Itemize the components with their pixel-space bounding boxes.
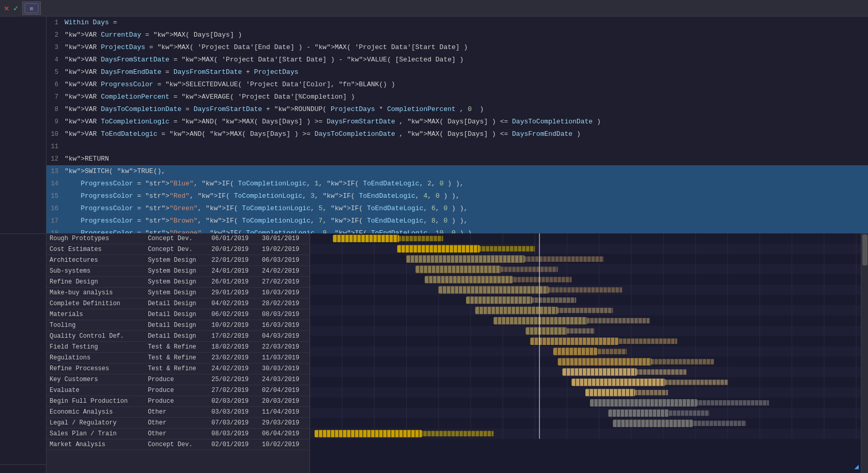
line-number: 9 xyxy=(47,116,65,128)
cancel-icon[interactable]: ✕ xyxy=(4,3,9,13)
svg-rect-440 xyxy=(553,348,597,355)
table-cell: 20/03/2019 xyxy=(259,396,309,407)
line-number: 2 xyxy=(47,29,65,41)
code-content: ProgressColor = "str">"Red", "kw">IF( To… xyxy=(65,191,868,202)
code-content: "kw">VAR ToCompletionLogic = "kw">AND( "… xyxy=(65,116,868,128)
table-row: Refine ProcessesTest & Refine24/02/20193… xyxy=(47,364,309,374)
svg-rect-194 xyxy=(513,277,572,282)
confirm-icon[interactable]: ✓ xyxy=(13,3,19,13)
table-cell: Legal / Regulatory xyxy=(47,418,145,429)
code-line-10: 10"kw">VAR ToEndDateLogic = "kw">AND( "k… xyxy=(47,128,868,140)
code-line-9: 9"kw">VAR ToCompletionLogic = "kw">AND( … xyxy=(47,116,868,128)
formula-icon: ⊞ xyxy=(22,2,41,15)
code-content: "kw">VAR CurrentDay = "kw">MAX( Days[Day… xyxy=(65,29,868,41)
current-label-area xyxy=(0,17,46,233)
table-cell: Architectures xyxy=(47,255,145,266)
table-cell: Concept Dev. xyxy=(145,233,208,244)
table-cell: Detail Design xyxy=(145,331,208,342)
svg-rect-572 xyxy=(585,389,635,396)
svg-rect-403 xyxy=(618,339,677,344)
content-area: 1Within Days =2"kw">VAR CurrentDay = "kw… xyxy=(47,17,868,473)
code-content: "kw">VAR ProgressColor = "kw">SELECTEDVA… xyxy=(65,79,868,90)
table-cell: 26/01/2019 xyxy=(208,277,259,288)
table-cell: 04/03/2019 xyxy=(259,331,309,342)
table-cell: 27/02/2019 xyxy=(208,385,259,396)
code-content: Within Days = xyxy=(65,17,868,28)
code-content: "kw">VAR DaysFromEndDate = DaysFromStart… xyxy=(65,67,868,78)
line-number: 6 xyxy=(47,79,65,90)
scroll-thumb[interactable] xyxy=(862,234,867,265)
gantt-table[interactable]: Rough PrototypesConcept Dev.06/01/201930… xyxy=(47,233,310,473)
svg-rect-595 xyxy=(698,400,769,405)
svg-rect-8 xyxy=(310,295,861,305)
table-cell: 24/02/2019 xyxy=(259,266,309,277)
code-content: "kw">VAR CompletionPercent = "kw">AVERAG… xyxy=(65,91,868,103)
svg-rect-3 xyxy=(310,244,861,254)
table-cell: 08/03/2019 xyxy=(259,309,309,320)
svg-rect-641 xyxy=(669,411,709,416)
table-row: Quality Control Def.Detail Design17/02/2… xyxy=(47,331,309,342)
line-number: 4 xyxy=(47,54,65,66)
table-cell: Sales Plan / Train xyxy=(47,429,145,439)
code-line-16: 16 ProgressColor = "str">"Green", "kw">I… xyxy=(47,202,868,215)
table-row: Field TestingTest & Refine18/02/201922/0… xyxy=(47,342,309,353)
table-row: RegulationsTest & Refine23/02/201911/03/… xyxy=(47,353,309,364)
table-row: Make-buy analysisSystem Design29/01/2019… xyxy=(47,288,309,298)
table-cell: Key Customers xyxy=(47,374,145,385)
table-cell: 06/04/2019 xyxy=(259,429,309,439)
table-cell: Refine Processes xyxy=(47,364,145,374)
code-line-8: 8"kw">VAR DaysToCompletionDate = DaysFro… xyxy=(47,103,868,116)
code-content: "kw">VAR DaysFromStartDate = "kw">MAX( '… xyxy=(65,54,868,66)
table-cell: 23/02/2019 xyxy=(208,353,259,364)
table-cell: Sub-systems xyxy=(47,266,145,277)
code-line-7: 7"kw">VAR CompletionPercent = "kw">AVERA… xyxy=(47,91,868,103)
svg-text:⊞: ⊞ xyxy=(30,6,33,11)
table-cell: 16/03/2019 xyxy=(259,320,309,331)
table-row: Cost EstimatesConcept Dev.20/01/201919/0… xyxy=(47,244,309,255)
line-number: 14 xyxy=(47,178,65,190)
table-cell: Materials xyxy=(47,309,145,320)
svg-rect-532 xyxy=(571,379,665,386)
table-cell: 06/02/2019 xyxy=(208,309,259,320)
table-row: ArchitecturesSystem Design22/01/201906/0… xyxy=(47,255,309,266)
svg-rect-106 xyxy=(525,257,604,262)
code-editor[interactable]: 1Within Days =2"kw">VAR CurrentDay = "kw… xyxy=(47,17,868,233)
svg-rect-668 xyxy=(693,421,746,426)
table-cell: Evaluate xyxy=(47,385,145,396)
svg-rect-573 xyxy=(635,390,668,395)
table-cell: Refine Design xyxy=(47,277,145,288)
table-cell: 24/03/2019 xyxy=(259,374,309,385)
table-cell: 20/01/2019 xyxy=(208,244,259,255)
table-row: Begin Full ProductionProduce02/03/201920… xyxy=(47,396,309,407)
svg-rect-18 xyxy=(310,398,861,408)
table-cell: 11/03/2019 xyxy=(259,353,309,364)
svg-rect-343 xyxy=(493,317,587,324)
table-row: Complete DefinitionDetail Design04/02/20… xyxy=(47,298,309,309)
table-row: Sub-systemsSystem Design24/01/201924/02/… xyxy=(47,266,309,277)
line-number: 15 xyxy=(47,191,65,202)
table-cell: Test & Refine xyxy=(145,364,208,374)
code-line-4: 4"kw">VAR DaysFromStartDate = "kw">MAX( … xyxy=(47,54,868,66)
table-cell: 06/03/2019 xyxy=(259,255,309,266)
code-line-13: 13"kw">SWITCH( "kw">TRUE(), xyxy=(47,165,868,178)
table-cell: Produce xyxy=(145,385,208,396)
table-cell: 11/04/2019 xyxy=(259,407,309,418)
code-line-14: 14 ProgressColor = "str">"Blue", "kw">IF… xyxy=(47,178,868,190)
svg-rect-383 xyxy=(526,327,567,335)
table-cell: Begin Full Production xyxy=(47,396,145,407)
line-number: 3 xyxy=(47,42,65,53)
code-content: ProgressColor = "str">"Orange", "kw">IF(… xyxy=(65,228,868,233)
table-row: Economic AnalysisOther03/03/201911/04/20… xyxy=(47,407,309,418)
svg-rect-20 xyxy=(310,418,861,429)
table-cell: 22/03/2019 xyxy=(259,342,309,353)
toolbar: ✕ ✓ ⊞ xyxy=(0,0,868,17)
table-row: Rough PrototypesConcept Dev.06/01/201930… xyxy=(47,233,309,244)
code-line-6: 6"kw">VAR ProgressColor = "kw">SELECTEDV… xyxy=(47,78,868,91)
table-cell: Complete Definition xyxy=(47,298,145,309)
table-cell: Market Analysis xyxy=(47,439,145,450)
table-cell: 10/02/2019 xyxy=(208,320,259,331)
table-row: EvaluateProduce27/02/201902/04/2019 xyxy=(47,385,309,396)
bottom-corner-icon: ◢ xyxy=(855,462,859,471)
right-scrollbar[interactable] xyxy=(861,233,868,473)
code-content: "kw">VAR ProjectDays = "kw">MAX( 'Projec… xyxy=(65,42,868,53)
